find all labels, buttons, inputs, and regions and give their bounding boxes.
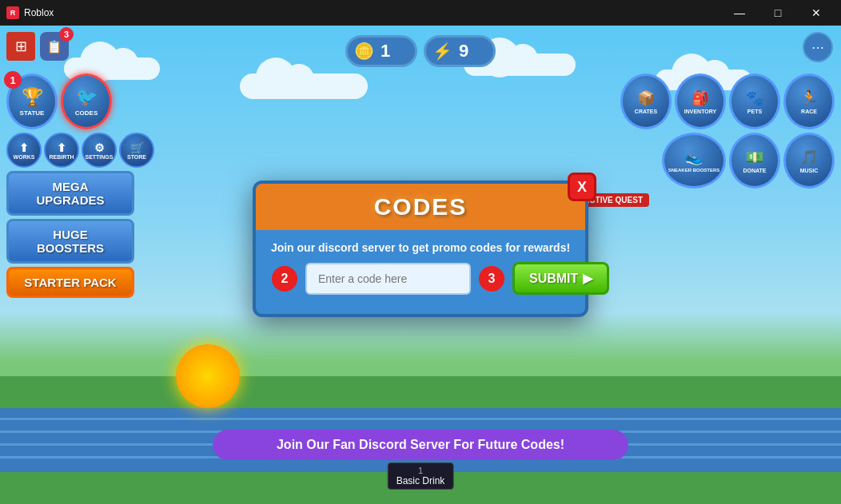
code-input[interactable] [305, 263, 471, 295]
energy-icon: ⚡ [432, 42, 452, 61]
discord-banner[interactable]: Join Our Fan Discord Server For Future C… [213, 430, 628, 460]
sun-crown-decoration [176, 344, 240, 408]
window-title-text: Roblox [24, 7, 54, 18]
works-label: WORKS [14, 154, 35, 160]
coins-value: 1 [381, 41, 390, 62]
modal-input-row: 2 3 SUBMIT ▶ [256, 262, 585, 295]
inventory-icon: 🎒 [692, 89, 709, 107]
coins-icon: 🪙 [354, 42, 374, 61]
close-button[interactable]: ✕ [798, 0, 835, 26]
pets-icon: 🐾 [746, 89, 763, 107]
store-button[interactable]: 🛒 STORE [119, 133, 154, 168]
energy-pill: ⚡ 9 [424, 35, 496, 67]
works-button[interactable]: ⬆ WORKS [6, 133, 42, 168]
codes-icon: 🐦 [76, 87, 98, 108]
tooltip-number: 1 [397, 466, 445, 475]
donate-label: DONATE [743, 168, 766, 173]
settings-label: SETTINGS [85, 154, 113, 160]
starter-pack-button[interactable]: STARTER PACK [6, 267, 134, 298]
minimize-button[interactable]: — [721, 0, 758, 26]
track-line-1 [0, 418, 841, 420]
pets-button[interactable]: 🐾 PETS [729, 73, 780, 129]
notifications-symbol: 📋 [46, 39, 62, 54]
statue-label: STATUE [20, 109, 45, 117]
modal-header: CODES X [256, 184, 585, 230]
modal-subtitle: Join our discord server to get promo cod… [256, 230, 585, 262]
race-button[interactable]: 🏃 RACE [783, 73, 835, 129]
notification-badge: 3 [59, 27, 74, 42]
small-icon-row: ⬆ WORKS ⬆ REBIRTH ⚙ SETTINGS 🛒 STORE [6, 133, 154, 168]
menu-dots-icon: ⋯ [811, 40, 824, 55]
huge-boosters-button[interactable]: HUGE BOOSTERS [6, 219, 134, 264]
inventory-button[interactable]: 🎒 INVENTORY [675, 73, 726, 129]
left-sidebar: 1 🏆 STATUE 🐦 CODES ⬆ WORKS ⬆ REBIRTH ⚙ [6, 73, 154, 298]
energy-value: 9 [459, 41, 468, 62]
codes-modal: CODES X Join our discord server to get p… [253, 181, 588, 317]
settings-button[interactable]: ⚙ SETTINGS [82, 133, 117, 168]
home-icon-symbol: ⊞ [15, 38, 27, 55]
cloud-2 [240, 73, 368, 99]
mega-upgrades-button[interactable]: MEGA UPGRADES [6, 171, 134, 216]
crates-icon: 📦 [637, 89, 655, 107]
maximize-button[interactable]: □ [759, 0, 796, 26]
inventory-label: INVENTORY [684, 109, 716, 114]
sneaker-boosters-button[interactable]: 👟 SNEAKER BOOSTERS [662, 133, 726, 189]
rebirth-icon: ⬆ [57, 141, 66, 154]
works-icon: ⬆ [19, 141, 29, 154]
race-label: RACE [801, 109, 817, 114]
top-right-menu-button[interactable]: ⋯ [803, 32, 833, 62]
submit-label: SUBMIT [529, 272, 578, 286]
modal-close-button[interactable]: X [568, 173, 596, 201]
donate-button[interactable]: 💵 DONATE [729, 133, 780, 189]
sneaker-icon: 👟 [685, 149, 703, 166]
step1-badge: 1 [4, 71, 22, 89]
crates-button[interactable]: 📦 CRATES [620, 73, 672, 129]
right-row-1: 📦 CRATES 🎒 INVENTORY 🐾 PETS 🏃 RACE [620, 73, 835, 129]
step3-badge: 3 [479, 266, 504, 292]
tooltip-label: Basic Drink [397, 475, 445, 486]
window-title: R Roblox [6, 6, 54, 19]
top-left-icons: ⊞ 📋 3 [6, 32, 69, 61]
rebirth-label: REBIRTH [49, 154, 74, 160]
right-sidebar: 📦 CRATES 🎒 INVENTORY 🐾 PETS 🏃 RACE 👟 SNE… [620, 73, 835, 189]
music-icon: 🎵 [800, 149, 818, 166]
crates-label: CRATES [635, 109, 657, 114]
statue-button[interactable]: 1 🏆 STATUE [6, 73, 58, 129]
roblox-icon: R [6, 6, 19, 19]
store-icon: 🛒 [130, 141, 144, 154]
game-container: ⊞ 📋 3 ⋯ 🪙 1 ⚡ 9 1 🏆 STATUE [0, 26, 841, 504]
music-button[interactable]: 🎵 MUSIC [783, 133, 835, 189]
donate-icon: 💵 [746, 149, 763, 166]
settings-icon: ⚙ [94, 141, 105, 154]
step2-badge: 2 [272, 266, 297, 292]
notifications-icon[interactable]: 📋 3 [40, 32, 69, 61]
codes-label: CODES [75, 109, 98, 117]
statue-icon: 🏆 [22, 87, 43, 108]
window-controls: — □ ✕ [721, 0, 835, 26]
race-icon: 🏃 [800, 89, 818, 107]
top-hud: 🪙 1 ⚡ 9 [345, 35, 496, 67]
tooltip-box: 1 Basic Drink [388, 462, 454, 490]
right-row-2: 👟 SNEAKER BOOSTERS 💵 DONATE 🎵 MUSIC [620, 133, 835, 189]
roblox-home-icon[interactable]: ⊞ [6, 32, 35, 61]
coins-pill: 🪙 1 [345, 35, 417, 67]
submit-arrow-icon: ▶ [583, 271, 592, 286]
submit-button[interactable]: SUBMIT ▶ [512, 262, 609, 295]
modal-title: CODES [374, 193, 468, 220]
store-label: STORE [127, 154, 146, 160]
codes-button[interactable]: 🐦 CODES [61, 73, 112, 129]
main-icon-row: 1 🏆 STATUE 🐦 CODES [6, 73, 154, 129]
rebirth-button[interactable]: ⬆ REBIRTH [44, 133, 79, 168]
window-chrome: R Roblox — □ ✕ [0, 0, 841, 26]
music-label: MUSIC [800, 168, 819, 173]
pets-label: PETS [747, 109, 762, 114]
sneaker-label: SNEAKER BOOSTERS [668, 168, 720, 173]
